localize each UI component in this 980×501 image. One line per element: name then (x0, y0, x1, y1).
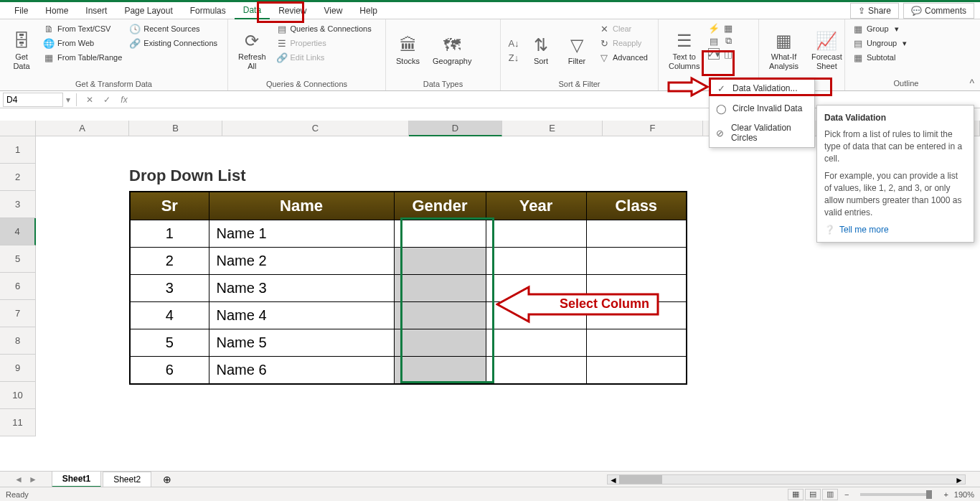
tab-help[interactable]: Help (351, 3, 386, 19)
row-header-4[interactable]: 4 (0, 218, 36, 245)
comments-button[interactable]: 💬Comments (903, 3, 974, 19)
table-cell[interactable] (394, 302, 486, 329)
flash-fill-icon[interactable]: ⚡ (708, 22, 720, 34)
refresh-all-button[interactable]: ⟳ Refresh All (234, 22, 270, 78)
from-text-csv-button[interactable]: 🗎From Text/CSV (42, 22, 123, 35)
table-cell[interactable] (394, 248, 486, 275)
sort-asc-button[interactable]: A↓ (507, 37, 521, 50)
table-cell[interactable]: Name 1 (209, 220, 394, 248)
tab-page-layout[interactable]: Page Layout (116, 3, 181, 19)
tab-data[interactable]: Data (235, 2, 270, 19)
consolidate-icon[interactable]: ▦ (722, 22, 734, 34)
table-cell[interactable]: 2 (130, 248, 209, 275)
tab-home[interactable]: Home (37, 3, 77, 19)
normal-view-button[interactable]: ▦ (788, 489, 804, 500)
table-cell[interactable] (394, 329, 486, 357)
table-cell[interactable] (586, 220, 687, 248)
sheet-nav-next[interactable]: ► (29, 474, 37, 484)
table-cell[interactable]: Name 2 (209, 248, 394, 275)
zoom-in-button[interactable]: + (943, 490, 948, 499)
fx-button[interactable]: fx (117, 95, 131, 105)
tab-file[interactable]: File (6, 3, 37, 19)
column-header-A[interactable]: A (36, 121, 129, 136)
row-header-2[interactable]: 2 (0, 164, 36, 191)
row-header-10[interactable]: 10 (0, 382, 36, 409)
row-header-1[interactable]: 1 (0, 136, 36, 164)
queries-connections-button[interactable]: ▤Queries & Connections (275, 22, 373, 35)
table-cell[interactable]: Name 3 (209, 275, 394, 302)
sheet-tab-sheet2[interactable]: Sheet2 (103, 472, 151, 487)
advanced-filter-button[interactable]: ▽Advanced (597, 51, 649, 64)
from-web-button[interactable]: 🌐From Web (42, 37, 123, 50)
cancel-formula-button[interactable]: ✕ (83, 95, 97, 105)
group-button[interactable]: ▦Group▾ (851, 22, 908, 35)
sort-desc-button[interactable]: Z↓ (507, 51, 521, 64)
table-cell[interactable] (394, 220, 486, 248)
page-break-view-button[interactable]: ▥ (822, 489, 838, 500)
page-layout-view-button[interactable]: ▤ (805, 489, 821, 500)
add-sheet-button[interactable]: ⊕ (153, 472, 182, 487)
whatif-analysis-button[interactable]: ▦ What-If Analysis (765, 22, 803, 78)
row-header-8[interactable]: 8 (0, 327, 36, 355)
formula-input[interactable] (134, 93, 977, 106)
tab-formulas[interactable]: Formulas (182, 3, 235, 19)
enter-formula-button[interactable]: ✓ (100, 95, 114, 105)
circle-invalid-data-item[interactable]: ◯Circle Invalid Data (710, 98, 814, 118)
table-cell[interactable] (586, 329, 687, 357)
table-cell[interactable] (486, 248, 586, 275)
table-cell[interactable]: Name 5 (209, 329, 394, 357)
column-header-C[interactable]: C (222, 121, 409, 136)
collapse-ribbon-button[interactable]: ^ (969, 78, 974, 89)
table-cell[interactable]: 1 (130, 220, 209, 248)
table-cell[interactable] (394, 275, 486, 302)
row-header-3[interactable]: 3 (0, 191, 36, 218)
data-validation-button[interactable]: ✓▾ (708, 48, 720, 60)
zoom-out-button[interactable]: − (844, 490, 849, 499)
table-cell[interactable] (586, 248, 687, 275)
forecast-sheet-button[interactable]: 📈 Forecast Sheet (807, 22, 847, 78)
table-cell[interactable]: Name 4 (209, 302, 394, 329)
row-header-5[interactable]: 5 (0, 245, 36, 273)
manage-data-model-icon[interactable]: ◫ (722, 48, 734, 60)
subtotal-button[interactable]: ▦Subtotal (851, 51, 908, 64)
remove-duplicates-icon[interactable]: ▤ (708, 35, 720, 47)
table-cell[interactable]: 3 (130, 275, 209, 302)
get-data-button[interactable]: 🗄 Get Data (6, 22, 37, 78)
column-header-D[interactable]: D (409, 121, 502, 136)
name-box[interactable] (3, 93, 63, 107)
sheet-tab-sheet1[interactable]: Sheet1 (52, 471, 101, 487)
column-header-B[interactable]: B (129, 121, 222, 136)
row-header-11[interactable]: 11 (0, 409, 36, 436)
data-validation-menu-item[interactable]: ✓Data Validation... (710, 78, 814, 98)
select-all-corner[interactable] (0, 121, 36, 136)
row-header-9[interactable]: 9 (0, 355, 36, 382)
tab-view[interactable]: View (316, 3, 352, 19)
sort-button[interactable]: ⇅ Sort (525, 22, 557, 78)
table-cell[interactable]: Name 6 (209, 357, 394, 384)
geography-button[interactable]: 🗺 Geography (428, 22, 476, 78)
table-cell[interactable]: 4 (130, 302, 209, 329)
tell-me-more-link[interactable]: ❔Tell me more (824, 225, 966, 235)
zoom-level[interactable]: 190% (954, 490, 974, 499)
zoom-slider[interactable] (860, 493, 932, 496)
clear-validation-circles-item[interactable]: ⊘Clear Validation Circles (710, 118, 814, 147)
table-cell[interactable] (394, 357, 486, 384)
stocks-button[interactable]: 🏛 Stocks (392, 22, 424, 78)
existing-connections-button[interactable]: 🔗Existing Connections (128, 37, 219, 50)
row-header-7[interactable]: 7 (0, 300, 36, 327)
table-cell[interactable] (586, 357, 687, 384)
recent-sources-button[interactable]: 🕓Recent Sources (128, 22, 219, 35)
table-cell[interactable]: 6 (130, 357, 209, 384)
column-header-F[interactable]: F (603, 121, 703, 136)
sheet-nav-prev[interactable]: ◄ (14, 474, 23, 484)
relationships-icon[interactable]: ⧉ (722, 35, 734, 47)
row-header-6[interactable]: 6 (0, 273, 36, 300)
filter-button[interactable]: ▽ Filter (561, 22, 593, 78)
text-to-columns-button[interactable]: ☰ Text to Columns (664, 22, 704, 78)
column-header-E[interactable]: E (502, 121, 603, 136)
table-cell[interactable] (486, 220, 586, 248)
horizontal-scrollbar[interactable]: ◄ ► (607, 474, 966, 484)
ungroup-button[interactable]: ▤Ungroup▾ (851, 37, 908, 50)
table-cell[interactable] (486, 357, 586, 384)
tab-review[interactable]: Review (270, 3, 315, 19)
